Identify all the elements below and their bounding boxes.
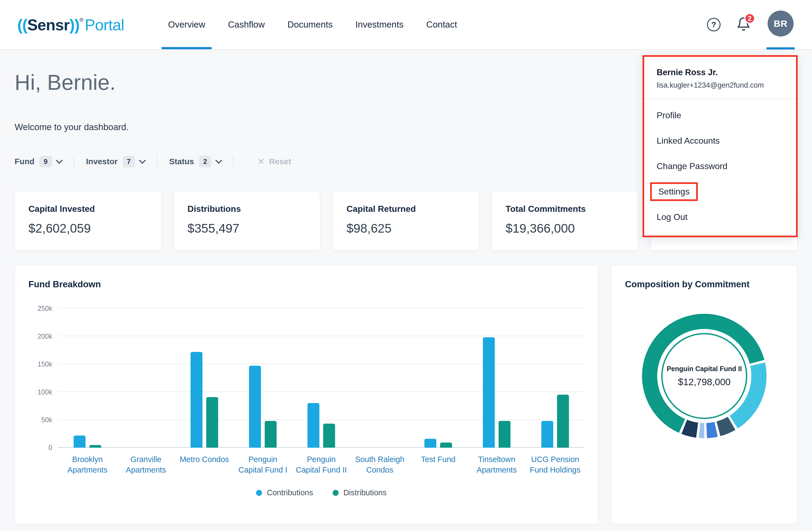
avatar: BR	[768, 11, 794, 36]
investor-filter-count: 7	[122, 156, 135, 167]
menu-item-log-out[interactable]: Log Out	[657, 204, 784, 230]
bar-plot: 050k100k150k200k250k	[58, 308, 584, 448]
fund-breakdown-title: Fund Breakdown	[28, 279, 584, 290]
composition-donut-chart[interactable]: Penguin Capital Fund II $12,798,000	[642, 314, 767, 438]
fund-filter[interactable]: Fund 9	[15, 156, 62, 167]
bar-group	[175, 308, 234, 448]
category-label[interactable]: PenguinCapital Fund II	[292, 454, 350, 475]
nav-tab-documents[interactable]: Documents	[276, 0, 344, 49]
main-nav: Overview Cashflow Documents Investments …	[157, 0, 468, 49]
category-label[interactable]: Test Fund	[409, 454, 467, 475]
y-axis-tick-label: 100k	[38, 388, 52, 396]
legend-swatch	[333, 490, 338, 496]
chevron-down-icon	[56, 157, 62, 164]
investor-filter-label: Investor	[86, 157, 118, 166]
menu-divider	[644, 99, 796, 99]
settings-annotation-box: Settings	[650, 182, 698, 201]
category-label[interactable]: UCG PensionFund Holdings	[526, 454, 584, 475]
reset-filters-button[interactable]: ✕ Reset	[257, 156, 291, 167]
bar-distributions[interactable]	[323, 424, 335, 448]
bar-group	[409, 308, 467, 448]
fund-filter-count: 9	[39, 156, 52, 167]
bar-group	[526, 308, 584, 448]
help-icon[interactable]: ?	[707, 18, 721, 31]
bar-group	[58, 308, 117, 448]
bar-contributions[interactable]	[307, 403, 319, 448]
y-axis-tick-label: 150k	[38, 360, 52, 368]
bars-row	[58, 308, 584, 448]
logo-paren-right: ))	[70, 16, 79, 34]
registered-mark: ®	[79, 17, 83, 23]
bar-distributions[interactable]	[89, 445, 101, 448]
sensr-portal-logo[interactable]: ((Sensr))®Portal	[17, 0, 124, 49]
stat-card-distributions: Distributions $355,497	[174, 191, 320, 251]
user-name: Bernie Ross Jr.	[657, 68, 784, 77]
menu-item-settings[interactable]: Settings	[657, 179, 784, 204]
category-label[interactable]: PenguinCapital Fund I	[234, 454, 292, 475]
legend-item[interactable]: Contributions	[256, 488, 313, 497]
stat-label: Distributions	[188, 204, 307, 214]
donut-center-text: Penguin Capital Fund II $12,798,000	[664, 365, 745, 387]
bar-group	[292, 308, 350, 448]
bar-distributions[interactable]	[265, 421, 277, 448]
y-axis-tick-label: 50k	[41, 416, 52, 424]
bar-group	[467, 308, 526, 448]
status-filter-count: 2	[199, 156, 212, 167]
category-label[interactable]: TinseltownApartments	[467, 454, 526, 475]
stat-value: $2,602,059	[28, 221, 147, 236]
fund-breakdown-panel: Fund Breakdown 050k100k150k200k250k Broo…	[15, 265, 598, 524]
fund-filter-label: Fund	[15, 157, 34, 166]
stat-value: $98,625	[346, 221, 466, 236]
menu-item-linked-accounts[interactable]: Linked Accounts	[657, 128, 784, 153]
user-menu-button[interactable]: BR	[767, 0, 795, 49]
nav-tab-investments[interactable]: Investments	[344, 0, 415, 49]
nav-tab-cashflow[interactable]: Cashflow	[217, 0, 276, 49]
stat-card-capital-returned: Capital Returned $98,625	[333, 191, 479, 251]
bar-distributions[interactable]	[440, 443, 452, 448]
legend-item[interactable]: Distributions	[333, 488, 387, 497]
stat-card-total-commitments: Total Commitments $19,366,000	[492, 191, 638, 251]
investor-filter[interactable]: Investor 7	[86, 156, 145, 167]
category-label[interactable]: South RaleighCondos	[350, 454, 409, 475]
category-label[interactable]: GranvilleApartments	[117, 454, 175, 475]
filter-divider	[74, 156, 74, 167]
stat-label: Capital Invested	[28, 204, 147, 214]
composition-panel: Composition by Commitment Penguin Capita…	[611, 265, 797, 524]
notifications-button[interactable]: 2	[736, 17, 751, 32]
user-dropdown-menu: Bernie Ross Jr. lisa.kugler+1234@gen2fun…	[644, 57, 796, 236]
chart-legend: ContributionsDistributions	[58, 488, 584, 497]
bar-contributions[interactable]	[483, 337, 495, 448]
header: ((Sensr))®Portal Overview Cashflow Docum…	[0, 0, 812, 50]
close-icon: ✕	[257, 156, 265, 167]
logo-suffix-text: Portal	[85, 16, 124, 34]
legend-label: Contributions	[267, 488, 313, 497]
bar-distributions[interactable]	[498, 421, 510, 448]
bar-group	[117, 308, 175, 448]
legend-swatch	[256, 490, 262, 496]
menu-item-change-password[interactable]: Change Password	[657, 153, 784, 179]
bar-contributions[interactable]	[191, 352, 202, 448]
bar-contributions[interactable]	[541, 421, 553, 448]
status-filter[interactable]: Status 2	[169, 156, 221, 167]
legend-label: Distributions	[344, 488, 387, 497]
stat-value: $355,497	[188, 221, 307, 236]
menu-item-profile[interactable]: Profile	[657, 103, 784, 128]
bar-group	[350, 308, 409, 448]
chevron-down-icon	[215, 157, 222, 164]
bar-distributions[interactable]	[557, 395, 569, 448]
donut-fund-value: $12,798,000	[664, 377, 745, 387]
bar-distributions[interactable]	[206, 397, 218, 448]
status-filter-label: Status	[169, 157, 194, 166]
bar-contributions[interactable]	[74, 436, 86, 448]
nav-tab-overview[interactable]: Overview	[157, 0, 217, 49]
category-label[interactable]: Metro Condos	[175, 454, 234, 475]
stat-card-capital-invested: Capital Invested $2,602,059	[15, 191, 161, 251]
charts-row: Fund Breakdown 050k100k150k200k250k Broo…	[15, 265, 797, 524]
bar-contributions[interactable]	[424, 439, 436, 448]
logo-brand-text: Sensr	[27, 16, 70, 34]
category-label[interactable]: BrooklynApartments	[58, 454, 117, 475]
bar-contributions[interactable]	[249, 366, 261, 448]
y-axis-tick-label: 200k	[38, 333, 52, 340]
category-labels-row: BrooklynApartmentsGranvilleApartmentsMet…	[58, 454, 584, 475]
nav-tab-contact[interactable]: Contact	[415, 0, 468, 49]
